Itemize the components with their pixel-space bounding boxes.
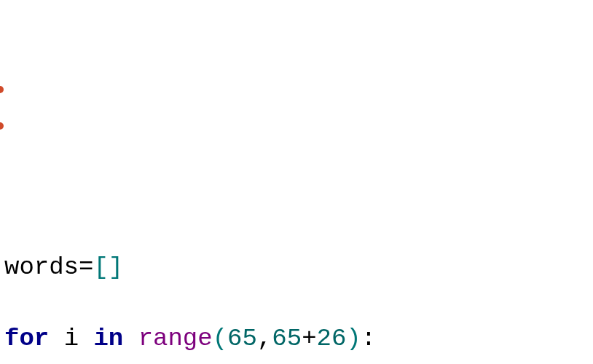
bracket-open: [	[93, 253, 108, 281]
identifier: i	[64, 325, 79, 352]
number-literal: 65	[227, 325, 257, 352]
operator-assign: =	[79, 253, 93, 281]
builtin-range: range	[138, 325, 213, 352]
keyword-in: in	[93, 325, 123, 352]
bracket-close: ]	[109, 253, 123, 281]
code-editor[interactable]: words=[] for i in range(65,65+26): words…	[0, 143, 593, 364]
keyword-for: for	[4, 325, 49, 352]
operator-plus: +	[302, 325, 316, 352]
paren-close: )	[346, 325, 361, 352]
breakpoint-dot[interactable]	[0, 122, 4, 130]
colon: :	[361, 325, 376, 352]
code-line[interactable]: for i in range(65,65+26):	[4, 321, 589, 357]
code-line[interactable]: words=[]	[4, 250, 589, 285]
breakpoint-dot[interactable]	[0, 86, 4, 93]
comma: ,	[257, 325, 272, 352]
paren-open: (	[213, 325, 227, 352]
number-literal: 26	[317, 325, 347, 352]
identifier: words	[4, 253, 79, 281]
number-literal: 65	[272, 325, 302, 352]
